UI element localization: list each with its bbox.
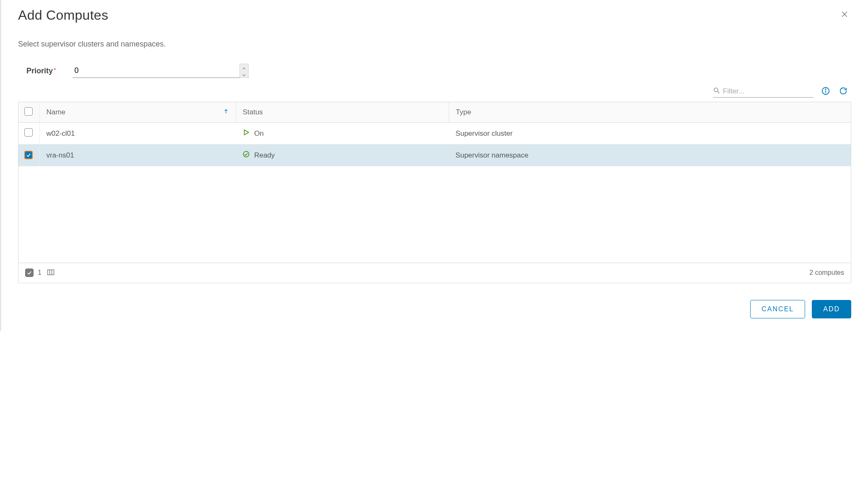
priority-field: Priority* <box>18 64 851 78</box>
svg-marker-8 <box>244 130 249 135</box>
priority-stepper <box>239 64 249 78</box>
svg-point-2 <box>714 88 718 92</box>
header-name[interactable]: Name <box>39 102 236 123</box>
add-computes-dialog: Add Computes Select supervisor clusters … <box>0 0 868 331</box>
header-status[interactable]: Status <box>236 102 449 123</box>
row-name: vra-ns01 <box>39 145 236 166</box>
table-row[interactable]: w02-cl01 On Supervisor cluster <box>18 123 851 145</box>
priority-input[interactable] <box>73 64 249 78</box>
computes-table-wrap: Name Status Type w02-cl01 <box>18 102 851 283</box>
info-button[interactable] <box>820 85 831 98</box>
total-count: 2 computes <box>809 269 844 277</box>
chevron-up-icon <box>242 65 246 71</box>
priority-label: Priority* <box>26 67 56 75</box>
cancel-button[interactable]: CANCEL <box>750 300 805 318</box>
row-type: Supervisor cluster <box>449 123 851 145</box>
svg-rect-10 <box>47 270 54 275</box>
row-checkbox[interactable] <box>24 128 33 137</box>
table-empty-space <box>18 166 851 263</box>
add-button[interactable]: ADD <box>812 300 851 318</box>
table-header-row: Name Status Type <box>18 102 851 123</box>
selected-count: 1 <box>38 269 42 277</box>
svg-point-6 <box>825 89 826 89</box>
refresh-button[interactable] <box>838 85 849 98</box>
priority-input-wrap <box>73 64 249 78</box>
row-checkbox-cell <box>18 145 39 166</box>
dialog-subtitle: Select supervisor clusters and namespace… <box>18 40 851 49</box>
required-asterisk: * <box>54 67 56 73</box>
filter-input[interactable] <box>723 85 813 97</box>
stepper-down-button[interactable] <box>240 71 248 78</box>
table-footer: 1 2 computes <box>18 263 851 283</box>
row-type: Supervisor namespace <box>449 145 851 166</box>
check-circle-icon <box>242 150 250 160</box>
close-icon <box>840 13 849 20</box>
sort-asc-icon <box>223 108 229 116</box>
row-status: Ready <box>236 145 449 166</box>
play-icon <box>242 129 250 138</box>
dialog-title: Add Computes <box>18 8 108 23</box>
header-type[interactable]: Type <box>449 102 851 123</box>
footer-left: 1 <box>25 267 56 279</box>
svg-point-9 <box>243 151 249 157</box>
row-checkbox[interactable] <box>24 151 33 159</box>
close-button[interactable] <box>838 8 851 22</box>
chevron-down-icon <box>242 71 246 78</box>
filter-input-wrap <box>713 85 813 98</box>
columns-icon <box>47 268 55 278</box>
table-row[interactable]: vra-ns01 Ready Supervisor namespace <box>18 145 851 166</box>
refresh-icon <box>839 86 848 97</box>
selection-indicator[interactable] <box>25 269 34 277</box>
row-name: w02-cl01 <box>39 123 236 145</box>
row-checkbox-cell <box>18 123 39 145</box>
filter-row <box>18 85 851 98</box>
header-checkbox-cell <box>18 102 39 123</box>
select-all-checkbox[interactable] <box>24 107 33 116</box>
dialog-actions: CANCEL ADD <box>18 300 851 318</box>
info-icon <box>821 86 830 97</box>
stepper-up-button[interactable] <box>240 64 248 71</box>
svg-line-3 <box>717 91 720 93</box>
dialog-header: Add Computes <box>18 8 851 23</box>
row-status: On <box>236 123 449 145</box>
column-picker-button[interactable] <box>46 267 56 279</box>
computes-table: Name Status Type w02-cl01 <box>18 102 851 263</box>
search-icon <box>713 87 720 96</box>
